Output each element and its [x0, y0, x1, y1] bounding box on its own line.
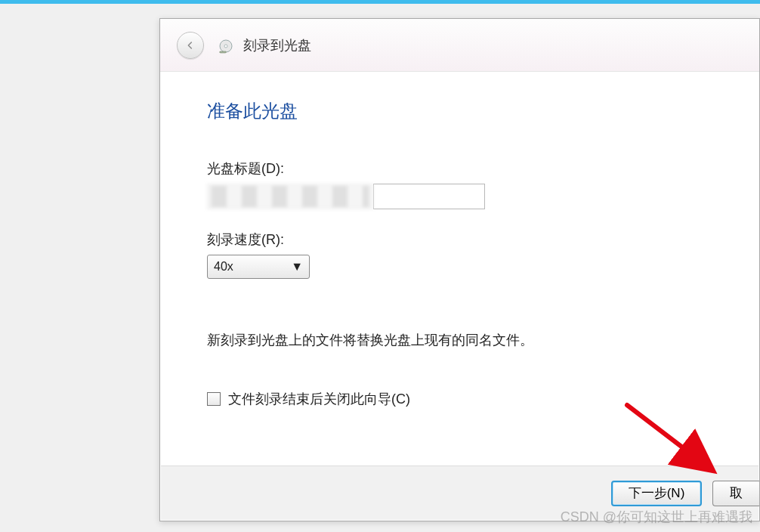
burn-speed-value: 40x [214, 260, 233, 274]
svg-point-1 [224, 45, 227, 48]
next-button-label: 下一步(N) [629, 484, 685, 502]
back-button[interactable] [177, 32, 204, 59]
burn-speed-select[interactable]: 40x ▼ [207, 255, 310, 279]
disc-title-row [207, 184, 715, 209]
disc-title-input[interactable] [373, 184, 485, 209]
disc-title-label: 光盘标题(D): [207, 159, 715, 178]
burn-wizard-window: 刻录到光盘 准备此光盘 光盘标题(D): 刻录速度(R): 40x ▼ 新刻录到… [159, 18, 760, 521]
redacted-title-area [207, 184, 373, 209]
cancel-button[interactable]: 取 [712, 481, 759, 506]
burn-speed-group: 刻录速度(R): 40x ▼ [207, 230, 715, 279]
title-bar: 刻录到光盘 [160, 19, 759, 72]
page-heading: 准备此光盘 [207, 99, 715, 123]
disc-title-group: 光盘标题(D): [207, 159, 715, 209]
window-title: 刻录到光盘 [243, 36, 311, 54]
page-top-border [0, 0, 760, 4]
close-wizard-checkbox[interactable] [207, 392, 221, 406]
disc-burn-icon [218, 36, 236, 54]
wizard-body: 准备此光盘 光盘标题(D): 刻录速度(R): 40x ▼ 新刻录到光盘上的文件… [160, 72, 759, 465]
burn-speed-label: 刻录速度(R): [207, 230, 715, 249]
next-button[interactable]: 下一步(N) [611, 481, 702, 506]
close-wizard-label: 文件刻录结束后关闭此向导(C) [228, 390, 410, 408]
chevron-down-icon: ▼ [291, 260, 303, 274]
button-bar: 下一步(N) 取 [161, 466, 758, 520]
arrow-left-icon [184, 39, 196, 51]
close-wizard-checkbox-row[interactable]: 文件刻录结束后关闭此向导(C) [207, 390, 715, 408]
replace-warning-text: 新刻录到光盘上的文件将替换光盘上现有的同名文件。 [207, 330, 715, 351]
cancel-button-label: 取 [730, 484, 743, 502]
